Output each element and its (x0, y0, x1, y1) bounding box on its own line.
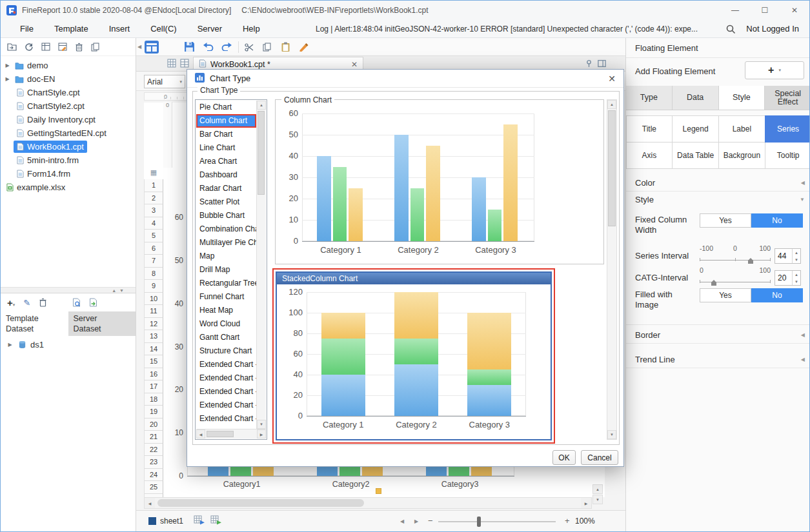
expand-arrow-icon[interactable]: ▶ (6, 342, 14, 348)
chart-type-option-area-chart-4[interactable]: Area Chart (196, 155, 256, 168)
row-header-6[interactable]: 6 (145, 242, 163, 255)
merge-cell-icon[interactable] (167, 59, 176, 70)
tree-item-chartstyle2-cpt[interactable]: ChartStyle2.cpt (1, 99, 136, 113)
chart-type-option-funnel-chart-14[interactable]: Funnel Chart (196, 290, 256, 304)
row-header-9[interactable]: 9 (145, 280, 163, 293)
row-header-4[interactable]: 4 (145, 217, 163, 230)
tree-item-workbook1-cpt[interactable]: WorkBook1.cpt (1, 140, 136, 153)
scroll-up-icon[interactable]: ▲ (607, 100, 616, 109)
tree-item-demo[interactable]: ▶demo (1, 59, 136, 72)
chart-type-option-pie-chart-0[interactable]: Pie Chart (196, 101, 256, 114)
section-border[interactable]: Border◀ (626, 327, 810, 344)
chart-type-option-radar-chart-6[interactable]: Radar Chart (196, 182, 256, 195)
chart-type-option-scatter-plot-7[interactable]: Scatter Plot (196, 195, 256, 209)
scrollbar-thumb[interactable] (258, 111, 265, 195)
row-header-21[interactable]: 21 (145, 431, 163, 444)
panel-splitter[interactable]: ▲▼ (1, 287, 136, 293)
delete-icon[interactable] (75, 43, 83, 52)
tab-style[interactable]: Style (719, 86, 765, 110)
row-header-23[interactable]: 23 (145, 456, 163, 469)
login-status[interactable]: Not Logged In (746, 20, 799, 38)
cancel-button[interactable]: Cancel (581, 450, 618, 465)
chart-type-option-multilayer-pie-cha-10[interactable]: Multilayer Pie Cha (196, 236, 256, 250)
zoom-out-button[interactable]: − (428, 516, 433, 526)
row-header-12[interactable]: 12 (145, 318, 163, 331)
copy-icon[interactable] (263, 43, 271, 54)
catg-interval-spinner[interactable]: 20 ▲▼ (775, 270, 801, 286)
list-vertical-scrollbar[interactable]: ▲ ▼ (256, 101, 266, 429)
tab-special-effect[interactable]: Special Effect (765, 86, 810, 110)
split-view-icon[interactable] (598, 59, 606, 70)
section-style[interactable]: Style▼ (626, 192, 810, 208)
server-dataset-header[interactable]: Server Dataset (68, 311, 136, 336)
chart-type-option-map-11[interactable]: Map (196, 250, 256, 263)
yes-option[interactable]: Yes (700, 288, 751, 302)
scrollbar-thumb[interactable] (157, 499, 364, 507)
stacked-column-preview[interactable]: 020406080100120Category 1Category 2Categ… (282, 287, 545, 435)
chart-type-option-line-chart-3[interactable]: Line Chart (196, 141, 256, 155)
row-header-14[interactable]: 14 (145, 343, 163, 356)
chart-type-option-extended-chart-21[interactable]: Extended Chart - (196, 385, 256, 399)
maximize-button[interactable]: ☐ (750, 1, 780, 20)
dataset-connection-icon[interactable] (89, 298, 97, 307)
close-button[interactable]: ✕ (780, 1, 809, 20)
series-interval-handle[interactable] (748, 258, 753, 264)
cut-icon[interactable] (245, 43, 254, 54)
tree-item-chartstyle-cpt[interactable]: ChartStyle.cpt (1, 86, 136, 99)
chart-type-option-column-chart-1[interactable]: Column Chart (196, 114, 256, 128)
collapse-icon[interactable]: ◀ (801, 357, 805, 362)
collapse-icon[interactable]: ◀ (801, 180, 805, 186)
select-all-corner[interactable]: ▦ (145, 167, 162, 178)
row-header-3[interactable]: 3 (145, 204, 163, 217)
copy-icon[interactable] (91, 43, 99, 52)
add-floating-button[interactable]: +▾ (745, 61, 804, 79)
grid-icon[interactable] (180, 59, 189, 70)
undo-icon[interactable] (203, 43, 214, 53)
tree-item-daily-inventory-cpt[interactable]: Daily Inventory.cpt (1, 113, 136, 126)
menu-file[interactable]: File (10, 20, 44, 38)
subtab-label[interactable]: Label (718, 115, 765, 143)
scroll-down-icon[interactable]: ▼ (257, 420, 266, 429)
chart-type-option-gantt-chart-17[interactable]: Gantt Chart (196, 331, 256, 344)
sheet-prev-icon[interactable]: ◀ (400, 518, 404, 524)
spin-up-icon[interactable]: ▲ (793, 271, 800, 278)
insert-grid-sheet-icon[interactable] (194, 515, 205, 527)
insert-chart-sheet-icon[interactable] (210, 515, 222, 527)
sheet-tab[interactable]: sheet1 (160, 517, 183, 526)
zoom-in-button[interactable]: + (565, 516, 570, 526)
menu-help[interactable]: Help (232, 20, 270, 38)
dataset-item-ds1[interactable]: ▶ ds1 (1, 337, 136, 351)
tree-item-form14-frm[interactable]: Form14.frm (1, 167, 136, 181)
sheet-next-icon[interactable]: ▶ (414, 518, 418, 524)
dialog-close-icon[interactable]: ✕ (608, 74, 616, 84)
row-header-13[interactable]: 13 (145, 330, 163, 343)
edit-dataset-icon[interactable]: ✎ (23, 298, 30, 308)
chart-type-option-structure-chart-18[interactable]: Structure Chart (196, 344, 256, 358)
expand-icon[interactable]: ▼ (800, 197, 805, 202)
tree-item-doc-en[interactable]: ▶doc-EN (1, 72, 136, 86)
row-header-19[interactable]: 19 (145, 406, 163, 419)
ok-button[interactable]: OK (552, 450, 576, 465)
expand-arrow-icon[interactable]: ▶ (3, 63, 12, 68)
menu-server[interactable]: Server (187, 20, 232, 38)
scrollbar-thumb[interactable] (608, 110, 616, 226)
log-alert-text[interactable]: Log | Alert:18:48:04 initGeoJSON-42-work… (316, 20, 721, 38)
menu-insert[interactable]: Insert (99, 20, 141, 38)
refresh-icon[interactable] (25, 43, 34, 52)
preview-dataset-icon[interactable] (72, 298, 81, 307)
redo-icon[interactable] (221, 43, 232, 53)
chart-type-option-extended-chart-1-23[interactable]: Extended Chart -1 (196, 412, 256, 426)
chart-type-option-drill-map-12[interactable]: Drill Map (196, 263, 256, 277)
row-header-10[interactable]: 10 (145, 293, 163, 306)
chart-type-option-bar-chart-2[interactable]: Bar Chart (196, 128, 256, 141)
series-interval-spinner[interactable]: 44 ▲▼ (775, 248, 801, 264)
dialog-titlebar[interactable]: Chart Type ✕ (187, 70, 623, 88)
scroll-right-icon[interactable]: ▶ (581, 498, 591, 508)
expand-arrow-icon[interactable]: ▶ (3, 76, 12, 82)
row-header-16[interactable]: 16 (145, 368, 163, 381)
save-icon[interactable] (184, 41, 195, 54)
collapse-up-icon[interactable]: ▲ (112, 288, 116, 293)
chart-type-option-extended-chart-20[interactable]: Extended Chart - (196, 371, 256, 385)
column-chart-preview[interactable]: 0102030405060Category 1Category 2Categor… (281, 108, 599, 259)
tree-item-5min-intro-frm[interactable]: 5min-intro.frm (1, 153, 136, 167)
